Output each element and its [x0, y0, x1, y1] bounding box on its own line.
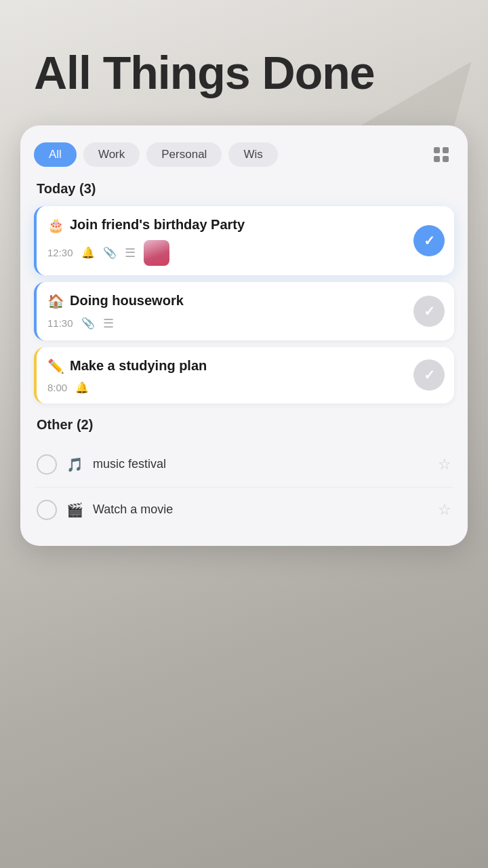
task-title: Make a studying plan [70, 358, 207, 374]
task-complete-button[interactable]: ✓ [413, 225, 445, 256]
category-tabs: All Work Personal Wis [34, 142, 454, 167]
other-task-music: 🎵 music festival ☆ [34, 442, 454, 488]
tab-wishlist[interactable]: Wis [228, 142, 277, 167]
list-icon: ☰ [103, 316, 114, 331]
bell-icon: 🔔 [75, 381, 89, 394]
task-time: 12:30 [47, 247, 73, 258]
task-title-row: 🏠 Doing housework [47, 293, 443, 309]
task-birthday-party: 🎂 Join friend's birthday Party 12:30 🔔 📎… [34, 206, 454, 275]
attachment-icon: 📎 [103, 246, 117, 259]
checkmark-icon: ✓ [424, 367, 435, 383]
grid-icon [434, 147, 449, 162]
task-emoji: ✏️ [47, 358, 64, 374]
task-emoji: 🎂 [47, 217, 64, 233]
task-title: Doing housework [70, 293, 184, 309]
task-emoji: 🎵 [66, 456, 83, 473]
other-section: Other (2) 🎵 music festival ☆ 🎬 Watch a m… [34, 417, 454, 532]
task-meta-row: 8:00 🔔 [47, 381, 443, 394]
checkmark-icon: ✓ [424, 233, 435, 249]
task-title-row: 🎂 Join friend's birthday Party [47, 217, 443, 233]
task-time: 11:30 [47, 317, 73, 329]
tab-work[interactable]: Work [83, 142, 140, 167]
grid-view-button[interactable] [428, 142, 454, 167]
main-card: All Work Personal Wis Today (3) 🎂 Join f… [20, 125, 468, 546]
task-emoji: 🏠 [47, 293, 64, 309]
task-meta-row: 12:30 🔔 📎 ☰ [47, 240, 443, 266]
today-section-header: Today (3) [34, 181, 454, 197]
task-checkbox[interactable] [37, 454, 57, 475]
task-checkbox[interactable] [37, 500, 57, 520]
task-complete-button[interactable]: ✓ [413, 359, 445, 391]
list-icon: ☰ [125, 245, 136, 260]
star-button[interactable]: ☆ [438, 456, 451, 473]
other-task-movie: 🎬 Watch a movie ☆ [34, 488, 454, 532]
task-emoji: 🎬 [66, 502, 83, 518]
task-time: 8:00 [47, 382, 67, 393]
app-title: All Things Done [0, 0, 488, 119]
other-section-header: Other (2) [34, 417, 454, 433]
task-meta-row: 11:30 📎 ☰ [47, 316, 443, 331]
task-label: music festival [93, 457, 428, 471]
attachment-icon: 📎 [81, 317, 95, 330]
bell-icon: 🔔 [81, 246, 95, 259]
task-studying-plan: ✏️ Make a studying plan 8:00 🔔 ✓ [34, 347, 454, 403]
star-button[interactable]: ☆ [438, 501, 451, 519]
task-title: Join friend's birthday Party [70, 217, 245, 233]
task-title-row: ✏️ Make a studying plan [47, 358, 443, 374]
task-complete-button[interactable]: ✓ [413, 296, 445, 327]
task-housework: 🏠 Doing housework 11:30 📎 ☰ ✓ [34, 282, 454, 340]
task-thumbnail [144, 240, 169, 266]
checkmark-icon: ✓ [424, 303, 435, 319]
task-label: Watch a movie [93, 502, 428, 517]
tab-all[interactable]: All [34, 142, 77, 167]
tab-personal[interactable]: Personal [146, 142, 222, 167]
